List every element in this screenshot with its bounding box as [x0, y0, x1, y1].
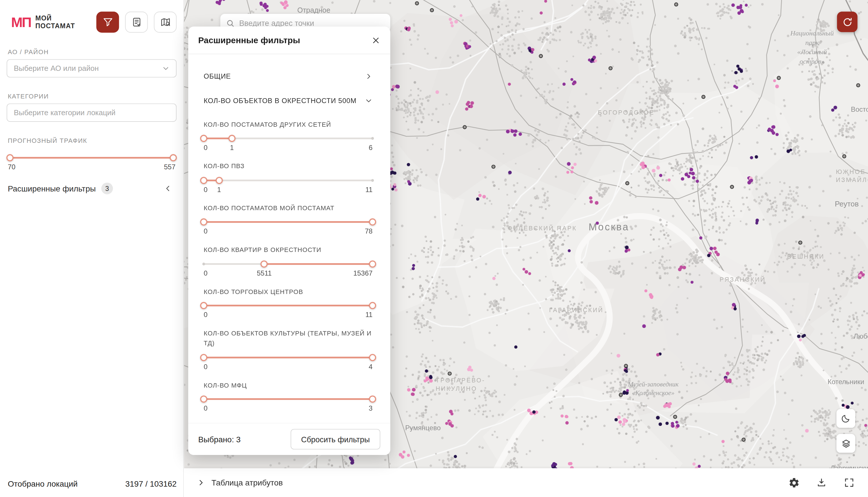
filter-label: КОЛ-ВО КВАРТИР В ОКРЕСТНОСТИ: [204, 245, 372, 255]
slider-handle-max[interactable]: [369, 218, 376, 226]
slider-values: 011: [204, 311, 372, 320]
download-icon: [816, 477, 827, 488]
slider-handle-min[interactable]: [200, 135, 207, 142]
filters-button[interactable]: [96, 12, 119, 32]
selected-locations-label: Отобрано локаций: [8, 480, 78, 488]
close-icon: [371, 36, 381, 45]
slider-handle-max[interactable]: [170, 154, 177, 161]
slider-values: 016: [204, 144, 372, 153]
traffic-range-slider[interactable]: [10, 154, 173, 161]
range-slider[interactable]: [204, 395, 372, 403]
slider-values: 078: [204, 227, 372, 236]
slider-handle-min[interactable]: [200, 302, 207, 309]
selection-summary: Отобрано локаций 3197 / 103162: [8, 480, 176, 488]
download-button[interactable]: [810, 472, 833, 494]
section-objects-500m[interactable]: КОЛ-ВО ОБЪЕКТОВ В ОКРЕСТНОСТИ 500М: [204, 89, 372, 113]
range-slider[interactable]: [204, 135, 372, 143]
funnel-icon: [102, 17, 113, 28]
attributes-table-toggle[interactable]: Таблица атрибутов: [197, 478, 283, 487]
filter-label: КОЛ-ВО МФЦ: [204, 380, 372, 390]
selected-count: Выбрано: 3: [198, 435, 241, 444]
traffic-label: ПРОГНОЗНЫЙ ТРАФИК: [8, 137, 175, 144]
slider-handle-max[interactable]: [369, 354, 376, 361]
filter-label: КОЛ-ВО ПОСТАМАТОВ ДРУГИХ СЕТЕЙ: [204, 119, 372, 130]
section-general[interactable]: ОБЩИЕ: [204, 64, 372, 89]
expand-icon: [843, 477, 854, 488]
selected-locations-value: 3197 / 103162: [125, 480, 176, 488]
slider-values: 03: [204, 404, 372, 413]
slider-handle-max[interactable]: [369, 302, 376, 309]
range-slider[interactable]: [204, 354, 372, 361]
gear-icon: [788, 477, 799, 488]
logo-text: МОЙ ПОСТАМАТ: [35, 14, 75, 30]
slider-handle-min[interactable]: [200, 177, 207, 184]
advanced-filters-toggle[interactable]: Расширенные фильтры 3: [6, 181, 176, 197]
modal-header: Расширенные фильтры: [188, 27, 390, 54]
attributes-table-label: Таблица атрибутов: [211, 478, 283, 487]
chevron-right-icon: [197, 479, 205, 487]
range-slider[interactable]: [204, 260, 372, 268]
slider-handle-min[interactable]: [200, 396, 207, 403]
map-magnifier-icon: [160, 17, 171, 28]
logo: МП МОЙ ПОСТАМАТ: [11, 14, 75, 30]
app: МП МОЙ ПОСТАМАТ: [0, 0, 868, 497]
slider-values: 04: [204, 363, 372, 371]
traffic-slider-values: 70557: [8, 163, 175, 172]
close-button[interactable]: [368, 32, 384, 48]
magnifier-icon: [226, 18, 235, 27]
advanced-filters-modal: Расширенные фильтры ОБЩИЕ КОЛ-ВО ОБЪЕКТО…: [188, 27, 390, 455]
bottom-bar: Таблица атрибутов: [184, 468, 868, 497]
slider-handle-max[interactable]: [215, 177, 223, 184]
categories-input[interactable]: [6, 103, 176, 122]
filter-group: КОЛ-ВО ПОСТАМАТОВ ДРУГИХ СЕТЕЙ 016: [204, 119, 372, 152]
sidebar-header: МП МОЙ ПОСТАМАТ: [6, 11, 176, 33]
filters-count-badge: 3: [101, 183, 113, 194]
refresh-button[interactable]: [837, 12, 857, 32]
slider-handle-min[interactable]: [200, 354, 207, 361]
reset-filters-button[interactable]: Сбросить фильтры: [290, 429, 381, 450]
layers-button[interactable]: [836, 434, 855, 453]
crescent-icon: [841, 413, 851, 424]
slider-handle-min[interactable]: [261, 260, 268, 268]
filter-label: КОЛ-ВО ПОСТАМАТОВ МОЙ ПОСТАМАТ: [204, 203, 372, 213]
filter-group: КОЛ-ВО ТОРГОВЫХ ЦЕНТРОВ 011: [204, 286, 372, 320]
chevron-right-icon: [365, 73, 373, 80]
district-select[interactable]: Выберите АО или район: [6, 59, 176, 77]
chevron-left-icon: [164, 184, 172, 193]
map-search-button[interactable]: [154, 12, 176, 32]
range-slider[interactable]: [204, 176, 372, 184]
logo-mark: МП: [11, 15, 31, 29]
slider-values: 0111: [204, 186, 372, 194]
sidebar: МП МОЙ ПОСТАМАТ: [0, 0, 184, 497]
filter-group: КОЛ-ВО КВАРТИР В ОКРЕСТНОСТИ 0551115367: [204, 245, 372, 278]
advanced-filters-label: Расширенные фильтры: [8, 184, 96, 193]
slider-handle-max[interactable]: [369, 260, 376, 268]
report-button[interactable]: [125, 12, 148, 32]
settings-button[interactable]: [783, 472, 805, 494]
fullscreen-button[interactable]: [838, 472, 860, 494]
clipboard-check-icon: [131, 17, 142, 28]
filter-group: КОЛ-ВО ПВЗ 0111: [204, 161, 372, 194]
layers-icon: [841, 438, 851, 449]
chevron-down-icon: [365, 97, 373, 104]
map-actions: [783, 472, 860, 494]
slider-handle-min[interactable]: [200, 218, 207, 226]
filter-label: КОЛ-ВО ТОРГОВЫХ ЦЕНТРОВ: [204, 286, 372, 297]
range-slider[interactable]: [204, 218, 372, 226]
address-search-input[interactable]: [239, 18, 385, 27]
night-mode-button[interactable]: [836, 409, 855, 428]
slider-handle-max[interactable]: [228, 135, 236, 142]
range-slider[interactable]: [204, 302, 372, 310]
categories-label: КАТЕГОРИИ: [8, 93, 175, 100]
filters-list: КОЛ-ВО ПОСТАМАТОВ ДРУГИХ СЕТЕЙ 016 КОЛ-В…: [204, 119, 372, 413]
modal-footer: Выбрано: 3 Сбросить фильтры: [188, 423, 390, 455]
filter-group: КОЛ-ВО ОБЪЕКТОВ КУЛЬТУРЫ (ТЕАТРЫ, МУЗЕЙ …: [204, 328, 372, 371]
circular-arrow-icon: [842, 16, 853, 27]
toolbar: [96, 12, 176, 32]
slider-handle-max[interactable]: [369, 396, 376, 403]
filter-group: КОЛ-ВО МФЦ 03: [204, 380, 372, 413]
filter-label: КОЛ-ВО ПВЗ: [204, 161, 372, 171]
modal-body: ОБЩИЕ КОЛ-ВО ОБЪЕКТОВ В ОКРЕСТНОСТИ 500М…: [188, 54, 390, 423]
slider-handle-min[interactable]: [6, 154, 14, 161]
district-label: АО / РАЙОН: [8, 49, 175, 55]
